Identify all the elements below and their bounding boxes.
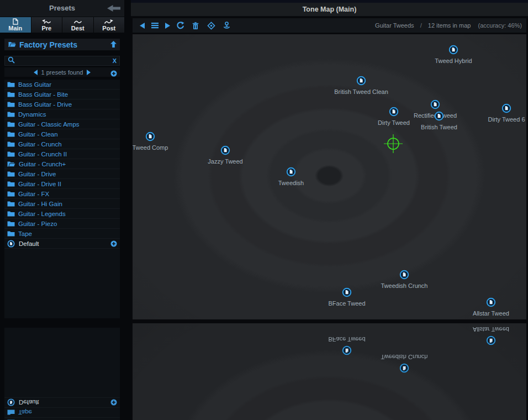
locate-button[interactable] — [221, 21, 231, 30]
search-input[interactable] — [17, 57, 110, 65]
map-item: Allstar Tweed — [436, 326, 526, 345]
next-button[interactable] — [162, 21, 172, 30]
folder-label: Guitar - Hi Gain — [18, 201, 62, 207]
folder-row[interactable]: Guitar - Crunch — [4, 139, 120, 149]
preset-label: Default — [19, 240, 39, 247]
map-items-count: 12 items in map — [428, 22, 471, 29]
map-item[interactable]: British Tweed Clean — [306, 76, 416, 95]
folder-row: Guitar - Piezo — [4, 417, 120, 420]
target-button[interactable] — [206, 21, 216, 30]
map-item-label: British Tweed Clean — [334, 88, 388, 95]
presets-pager: 1 presets found — [4, 67, 120, 77]
map-status: Guitar Tweeds / 12 items in map (accurac… — [375, 22, 522, 29]
folder-row[interactable]: Tape — [4, 229, 120, 239]
folder-label: Guitar - Drive — [18, 171, 56, 177]
tab-label: Main — [8, 25, 22, 32]
map-item[interactable]: BFace Tweed — [292, 287, 402, 307]
folder-label: Guitar - Crunch+ — [19, 161, 66, 167]
map-item-label: Tweedish — [278, 180, 304, 186]
map-item[interactable]: Allstar Tweed — [436, 297, 526, 317]
folder-row[interactable]: Dynamics — [4, 109, 120, 119]
map-category-label: Guitar Tweeds — [375, 22, 414, 29]
tone-map-reflection-clone: Tweed HybridBritish Tweed CleanRectified… — [133, 323, 526, 420]
presets-found-label: 1 presets found — [41, 69, 83, 76]
folder-label: Bass Guitar - Drive — [18, 101, 72, 108]
folder-label: Tape — [18, 410, 32, 416]
add-icon[interactable] — [110, 240, 117, 247]
folder-label: Tape — [18, 230, 32, 237]
map-item[interactable]: Tweedish — [236, 167, 346, 186]
folder-row[interactable]: Guitar - Drive II — [4, 179, 120, 189]
folder-row[interactable]: Guitar - Classic Amps — [4, 119, 120, 129]
folder-row[interactable]: Guitar - Crunch+ — [4, 159, 120, 169]
folder-label: Guitar - Drive II — [18, 181, 61, 187]
preset-node-icon — [286, 167, 296, 179]
tab-post[interactable]: Post — [94, 17, 125, 33]
tab-pre[interactable]: Pre — [31, 17, 62, 33]
map-item[interactable]: Dirty Tweed 6 — [451, 103, 526, 123]
preset-node-icon — [434, 111, 444, 123]
delete-button[interactable] — [191, 21, 200, 30]
preset-node-icon — [145, 132, 155, 144]
folder-label: Bass Guitar — [18, 81, 51, 88]
tone-map-view[interactable]: Tweed HybridBritish Tweed CleanRectified… — [133, 34, 526, 319]
folder-label: Guitar - Clean — [18, 131, 58, 138]
preset-row: Default — [4, 397, 120, 407]
map-item[interactable]: Tweed Hybrid — [398, 45, 509, 64]
collapse-sidebar-icon[interactable] — [107, 4, 120, 12]
collapse-up-icon[interactable] — [110, 40, 117, 50]
folder-row[interactable]: Guitar - FX — [4, 189, 120, 199]
folder-label: Guitar - Piezo — [18, 221, 57, 227]
presets-header: Presets — [0, 0, 124, 17]
clear-search-button[interactable]: X — [113, 57, 117, 64]
tab-dest[interactable]: Dest — [62, 17, 93, 33]
folder-row[interactable]: Guitar - Piezo — [4, 219, 120, 229]
folder-row[interactable]: Bass Guitar — [4, 80, 120, 90]
tone-map-toolbar: Guitar Tweeds / 12 items in map (accurac… — [133, 18, 526, 33]
folder-label: Guitar - Legends — [18, 211, 66, 217]
preset-node-icon — [501, 103, 511, 116]
preset-node-icon — [399, 361, 409, 373]
folder-row[interactable]: Bass Guitar - Drive — [4, 99, 120, 109]
tab-label: Pre — [41, 25, 51, 32]
tab-main[interactable]: Main — [0, 17, 31, 33]
map-item[interactable]: Tweedish Crunch — [349, 270, 460, 289]
refresh-button[interactable] — [175, 21, 185, 30]
preset-node-icon — [342, 287, 352, 300]
sidebar-reflection: Bass GuitarBass Guitar - BiteBass Guitar… — [4, 328, 120, 420]
tone-map-title: Tone Map (Main) — [131, 3, 528, 16]
map-item[interactable]: Jazzy Tweed — [170, 145, 281, 165]
toolbar-buttons — [137, 21, 237, 30]
tone-cursor-crosshair-icon[interactable] — [381, 132, 405, 156]
map-item-label: Tweed Hybrid — [435, 57, 472, 64]
folder-row[interactable]: Guitar - Legends — [4, 209, 120, 219]
search-icon — [8, 56, 15, 66]
add-icon — [110, 400, 117, 406]
folder-row[interactable]: Guitar - Drive — [4, 169, 120, 179]
preset-tab-bar: MainPreDestPost — [0, 17, 124, 33]
map-item-label: Tweed Comp — [133, 144, 168, 151]
folder-row[interactable]: Guitar - Hi Gain — [4, 199, 120, 209]
app-window: Presets MainPreDestPost Factory Presets … — [0, 0, 528, 420]
folder-row[interactable]: Bass Guitar - Bite — [4, 90, 120, 99]
preset-node-icon — [356, 76, 366, 88]
menu-button[interactable] — [150, 21, 160, 30]
folder-label: Guitar - FX — [18, 191, 49, 197]
presets-title: Presets — [0, 0, 124, 17]
preset-node-icon — [342, 343, 352, 355]
map-item-label: Allstar Tweed — [473, 310, 509, 317]
folder-row[interactable]: Guitar - Crunch II — [4, 149, 120, 159]
folder-row[interactable]: Guitar - Clean — [4, 129, 120, 139]
next-preset-icon[interactable] — [87, 70, 91, 75]
preset-node-icon — [448, 45, 458, 57]
preset-folder-list: Bass GuitarBass Guitar - BiteBass Guitar… — [4, 80, 120, 318]
preset-label: Default — [19, 400, 39, 406]
preset-row[interactable]: Default — [4, 239, 120, 249]
map-item-label: Jazzy Tweed — [208, 158, 242, 165]
factory-presets-bar[interactable]: Factory Presets — [4, 39, 120, 50]
folder-label: Guitar - Classic Amps — [18, 121, 80, 128]
add-preset-icon[interactable] — [110, 69, 117, 76]
preset-node-icon — [399, 270, 409, 282]
prev-button[interactable] — [137, 21, 147, 30]
prev-preset-icon[interactable] — [34, 70, 38, 75]
